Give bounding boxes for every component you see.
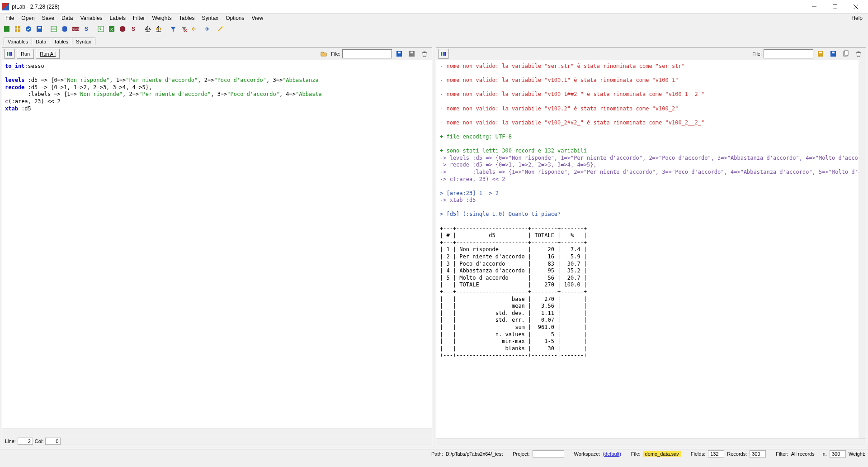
minimize-button[interactable]	[804, 0, 825, 14]
svg-text:spss: spss	[72, 28, 79, 31]
open-file-icon[interactable]	[318, 49, 329, 59]
status-n-value: 300	[830, 450, 846, 457]
tb-undo-icon[interactable]	[190, 24, 200, 34]
output-toolbar: File:	[436, 48, 866, 60]
svg-rect-3	[18, 26, 20, 29]
tb-db-icon[interactable]	[60, 24, 70, 34]
status-workspace-value[interactable]: (default)	[603, 451, 621, 457]
tb-spss-icon[interactable]: spss	[71, 24, 80, 34]
status-path-label: Path:	[431, 451, 443, 457]
tab-tables[interactable]: Tables	[50, 38, 72, 45]
tb-s-icon[interactable]: S	[81, 24, 91, 34]
svg-point-22	[160, 28, 161, 30]
status-fields-value: 132	[708, 450, 724, 457]
menu-file[interactable]: File	[2, 14, 18, 22]
output-copy-icon[interactable]	[840, 49, 851, 59]
syntax-editor[interactable]: to_int:sesso levels :d5 => {0=>"Non risp…	[2, 60, 432, 429]
svg-rect-25	[9, 52, 10, 56]
output-save-icon[interactable]	[815, 49, 826, 59]
tab-data[interactable]: Data	[32, 38, 50, 45]
output-vscroll[interactable]	[859, 60, 866, 438]
status-records-value: 300	[750, 450, 766, 457]
menu-view[interactable]: View	[248, 14, 267, 22]
svg-rect-5	[18, 29, 20, 32]
workspace-tabs: Variables Data Tables Syntax	[0, 35, 868, 45]
menu-help[interactable]: Help	[848, 14, 866, 22]
output-file-input[interactable]	[764, 49, 813, 58]
tb-refresh-icon[interactable]	[24, 24, 33, 34]
tb-excel-icon[interactable]: X	[107, 24, 117, 34]
editor-file-input[interactable]	[342, 49, 392, 58]
output-trash-icon[interactable]	[853, 49, 864, 59]
svg-rect-9	[51, 26, 57, 32]
output-hscroll[interactable]	[436, 438, 866, 446]
menu-options[interactable]: Options	[222, 14, 248, 22]
svg-rect-24	[7, 52, 8, 56]
editor-file-label: File:	[331, 51, 340, 57]
status-path-value: D:/pTabs/pTabs2x64/_test	[446, 451, 503, 457]
svg-rect-31	[441, 52, 442, 56]
status-filter-value: All records	[791, 451, 815, 457]
menu-save[interactable]: Save	[38, 14, 58, 22]
tb-grid-icon[interactable]	[13, 24, 23, 34]
status-workspace-label: Workspace:	[574, 451, 600, 457]
output-colors-icon[interactable]	[438, 49, 449, 59]
svg-text:S: S	[85, 26, 88, 32]
svg-text:X: X	[110, 27, 113, 32]
menu-open[interactable]: Open	[18, 14, 38, 22]
close-button[interactable]	[845, 0, 866, 14]
window-title: ptLab - 2.7.28 (228)	[12, 4, 804, 10]
tab-variables[interactable]: Variables	[4, 38, 32, 45]
run-all-button[interactable]: Run All	[36, 49, 60, 59]
tb-funnel-x-icon[interactable]	[179, 24, 189, 34]
menu-labels[interactable]: Labels	[106, 14, 129, 22]
svg-rect-35	[819, 52, 822, 53]
save-as-icon[interactable]	[406, 49, 417, 59]
tb-s2-icon[interactable]: S	[128, 24, 138, 34]
line-label: Line:	[5, 438, 16, 444]
tb-balance-icon[interactable]	[143, 24, 153, 34]
save-icon[interactable]	[394, 49, 405, 59]
tb-redo-icon[interactable]	[201, 24, 211, 34]
svg-rect-26	[10, 52, 12, 56]
tb-wand-icon[interactable]	[215, 24, 225, 34]
status-filter-label: Filter:	[776, 451, 788, 457]
tb-export-icon[interactable]	[96, 24, 106, 34]
output-save-as-icon[interactable]	[828, 49, 839, 59]
main-toolbar: spss S X S	[0, 23, 868, 35]
tb-save-icon[interactable]	[34, 24, 44, 34]
svg-rect-39	[844, 51, 848, 55]
tb-db2-icon[interactable]	[118, 24, 127, 34]
menu-filter[interactable]: Filter	[129, 14, 149, 22]
status-fields-label: Fields:	[691, 451, 705, 457]
menu-weights[interactable]: Weights	[149, 14, 175, 22]
tb-table-green-icon[interactable]	[49, 24, 59, 34]
svg-rect-28	[398, 52, 401, 53]
menu-variables[interactable]: Variables	[76, 14, 106, 22]
title-bar: ptLab - 2.7.28 (228)	[0, 0, 868, 14]
status-file-label: File:	[631, 451, 641, 457]
status-file-value: demo_data.sav	[643, 451, 681, 457]
col-value: 0	[45, 438, 61, 445]
svg-rect-37	[832, 52, 835, 53]
tb-balance2-icon[interactable]	[154, 24, 164, 34]
maximize-button[interactable]	[825, 0, 845, 14]
output-console[interactable]: - nome non valido: la variabile "ser.str…	[436, 60, 859, 438]
line-value: 2	[18, 438, 33, 445]
editor-hscroll[interactable]	[2, 429, 432, 436]
menu-syntax[interactable]: Syntax	[198, 14, 222, 22]
run-button[interactable]: Run	[17, 49, 34, 59]
editor-toolbar: Run Run All File:	[2, 48, 432, 60]
trash-icon[interactable]	[419, 49, 430, 59]
menu-data[interactable]: Data	[58, 14, 76, 22]
status-records-label: Records:	[727, 451, 747, 457]
svg-rect-2	[15, 26, 17, 29]
menu-tables[interactable]: Tables	[175, 14, 198, 22]
app-icon	[2, 3, 9, 10]
col-label: Col:	[35, 438, 44, 444]
svg-rect-0	[833, 5, 837, 9]
tab-syntax[interactable]: Syntax	[72, 38, 95, 45]
tb-funnel-icon[interactable]	[168, 24, 178, 34]
tb-run-icon[interactable]	[2, 24, 12, 34]
editor-colors-icon[interactable]	[4, 49, 15, 59]
